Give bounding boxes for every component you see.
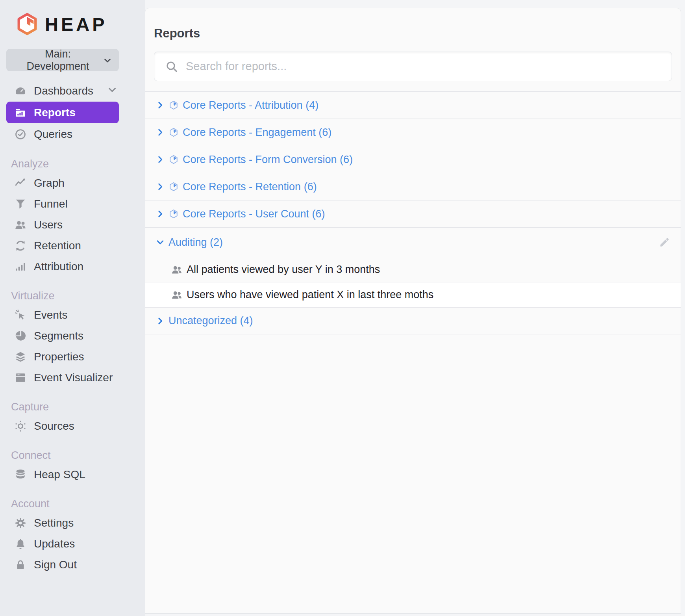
updates-icon bbox=[14, 538, 27, 550]
heap-logo: HEAP bbox=[0, 0, 145, 36]
sidebar-item-reports[interactable]: Reports bbox=[6, 102, 119, 123]
primary-nav: Dashboards Reports Queries bbox=[0, 80, 145, 145]
environment-switcher[interactable]: Main: Development bbox=[6, 49, 119, 71]
section-title-virtualize: Virtualize bbox=[0, 287, 145, 304]
sidebar-item-users[interactable]: Users bbox=[6, 214, 119, 235]
heap-hexagon-icon bbox=[168, 209, 179, 219]
sidebar-item-queries[interactable]: Queries bbox=[6, 123, 119, 145]
sidebar-sections: Analyze Graph Funnel Users Retention Att… bbox=[0, 155, 145, 575]
heap-sql-icon bbox=[14, 468, 27, 481]
sources-icon bbox=[14, 420, 27, 432]
sidebar: HEAP Main: Development Dashboards Report… bbox=[0, 0, 145, 616]
chevron-right-icon bbox=[156, 182, 165, 191]
users-icon bbox=[14, 219, 27, 231]
heap-hexagon-icon bbox=[168, 154, 179, 165]
section-title-connect: Connect bbox=[0, 447, 145, 464]
sidebar-item-funnel[interactable]: Funnel bbox=[6, 193, 119, 214]
report-row-all-patients-viewed-by-user-y-in-3-months[interactable]: All patients viewed by user Y in 3 month… bbox=[145, 257, 681, 282]
section-connect: Connect Heap SQL bbox=[0, 447, 145, 485]
graph-icon bbox=[14, 177, 27, 189]
queries-icon bbox=[14, 128, 27, 141]
reports-icon bbox=[14, 106, 27, 119]
section-virtualize: Virtualize Events Segments Properties Ev… bbox=[0, 287, 145, 388]
attribution-icon bbox=[14, 260, 27, 273]
page-title: Reports bbox=[154, 26, 672, 41]
funnel-icon bbox=[14, 198, 27, 210]
sidebar-item-sign-out[interactable]: Sign Out bbox=[6, 554, 119, 575]
retention-icon bbox=[14, 239, 27, 252]
chevron-right-icon bbox=[156, 210, 165, 218]
properties-icon bbox=[14, 351, 27, 363]
chevron-down-icon bbox=[106, 83, 118, 98]
section-account: Account Settings Updates Sign Out bbox=[0, 495, 145, 575]
reports-panel: Reports Core Reports - Attribution (4) C… bbox=[145, 8, 681, 614]
category-row-core-reports-user-count-6[interactable]: Core Reports - User Count (6) bbox=[145, 200, 681, 227]
section-analyze: Analyze Graph Funnel Users Retention Att… bbox=[0, 155, 145, 277]
sidebar-item-heap-sql[interactable]: Heap SQL bbox=[6, 464, 119, 485]
environment-label: Main: Development bbox=[13, 48, 102, 72]
section-title-capture: Capture bbox=[0, 398, 145, 416]
sidebar-item-properties[interactable]: Properties bbox=[6, 346, 119, 367]
heap-logo-text: HEAP bbox=[45, 13, 107, 35]
heap-hexagon-icon bbox=[168, 127, 179, 137]
search-box bbox=[154, 52, 672, 81]
section-capture: Capture Sources bbox=[0, 398, 145, 436]
sidebar-item-sources[interactable]: Sources bbox=[6, 416, 119, 436]
chevron-down-icon bbox=[156, 238, 165, 247]
sidebar-item-dashboards[interactable]: Dashboards bbox=[6, 80, 119, 102]
heap-logo-icon bbox=[16, 12, 39, 36]
sidebar-item-graph[interactable]: Graph bbox=[6, 173, 119, 193]
sign-out-icon bbox=[14, 558, 27, 571]
category-row-core-reports-form-conversion-6[interactable]: Core Reports - Form Conversion (6) bbox=[145, 146, 681, 173]
category-row-uncategorized-4[interactable]: Uncategorized (4) bbox=[145, 307, 681, 334]
chevron-down-icon bbox=[102, 55, 113, 65]
sidebar-item-attribution[interactable]: Attribution bbox=[6, 256, 119, 277]
settings-icon bbox=[14, 517, 27, 529]
section-title-account: Account bbox=[0, 495, 145, 512]
segments-icon bbox=[14, 330, 27, 342]
users-icon bbox=[171, 264, 183, 276]
sidebar-item-updates[interactable]: Updates bbox=[6, 533, 119, 554]
sidebar-item-events[interactable]: Events bbox=[6, 304, 119, 325]
category-row-core-reports-attribution-4[interactable]: Core Reports - Attribution (4) bbox=[145, 91, 681, 119]
sidebar-item-retention[interactable]: Retention bbox=[6, 235, 119, 256]
chevron-right-icon bbox=[156, 128, 165, 137]
sidebar-item-segments[interactable]: Segments bbox=[6, 325, 119, 346]
category-row-auditing-2[interactable]: Auditing (2) bbox=[145, 227, 681, 257]
category-row-core-reports-engagement-6[interactable]: Core Reports - Engagement (6) bbox=[145, 119, 681, 146]
chevron-right-icon bbox=[156, 101, 165, 109]
events-icon bbox=[14, 309, 27, 321]
section-title-analyze: Analyze bbox=[0, 155, 145, 173]
chevron-right-icon bbox=[156, 317, 165, 325]
sidebar-item-settings[interactable]: Settings bbox=[6, 512, 119, 533]
gauge-icon bbox=[14, 85, 27, 97]
report-row-users-who-have-viewed-patient-x-in-last-three-moths[interactable]: Users who have viewed patient X in last … bbox=[145, 282, 681, 307]
heap-hexagon-icon bbox=[168, 100, 179, 110]
reports-list: Core Reports - Attribution (4) Core Repo… bbox=[145, 91, 681, 334]
category-row-core-reports-retention-6[interactable]: Core Reports - Retention (6) bbox=[145, 173, 681, 200]
edit-pencil-icon[interactable] bbox=[659, 236, 670, 248]
sidebar-item-event-visualizer[interactable]: Event Visualizer bbox=[6, 367, 119, 388]
users-icon bbox=[171, 289, 183, 301]
search-input[interactable] bbox=[186, 52, 672, 81]
heap-hexagon-icon bbox=[168, 182, 179, 192]
chevron-right-icon bbox=[156, 155, 165, 164]
event-visualizer-icon bbox=[14, 371, 27, 384]
search-icon bbox=[165, 60, 178, 73]
